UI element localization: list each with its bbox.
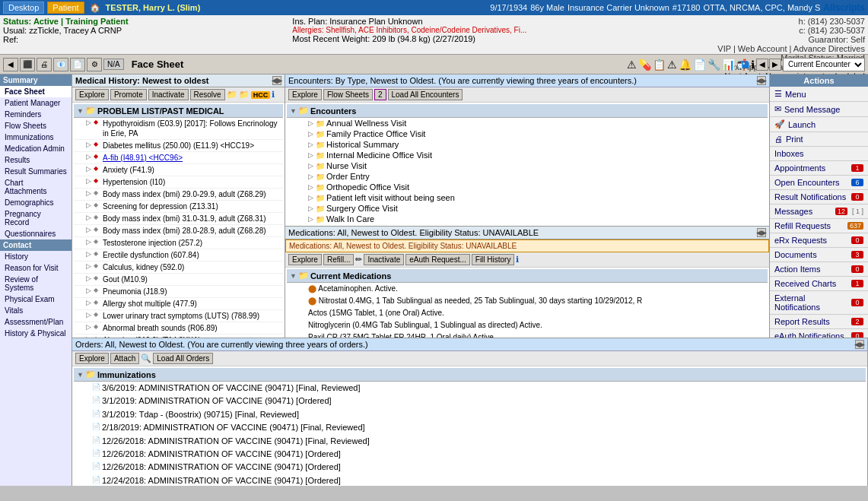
- sidebar-summary-header[interactable]: Summary: [0, 75, 72, 86]
- encounter-annual-wellness[interactable]: ▷ 📁 Annual Wellness Visit: [287, 118, 768, 128]
- sidebar-item-face-sheet[interactable]: Face Sheet: [0, 86, 72, 97]
- med-item-acetaminophen[interactable]: ⬤ Acetaminophen. Active.: [287, 283, 768, 295]
- action-messages[interactable]: Messages 12 [ 1 ]: [770, 205, 868, 219]
- problem-item[interactable]: ▷ ◆ Hypertension (I10): [74, 176, 283, 189]
- orders-attach-btn[interactable]: Attach: [110, 353, 139, 364]
- problem-item[interactable]: ▷ ◆ Screening for depression (Z13.31): [74, 201, 283, 213]
- sidebar-item-history-physical[interactable]: History & Physical: [0, 328, 72, 339]
- alert-icon-10[interactable]: ℹ: [751, 59, 755, 71]
- nav-next[interactable]: ▶: [769, 59, 781, 71]
- action-documents[interactable]: Documents 3: [770, 248, 868, 262]
- sidebar-item-review-of-systems[interactable]: Review of Systems: [0, 274, 72, 293]
- encounters-group-header[interactable]: ▼ 📁 Encounters: [287, 104, 768, 118]
- order-item[interactable]: 📄 12/26/2018: ADMINISTRATION OF VACCINE …: [74, 448, 866, 461]
- alert-icon-7[interactable]: 🔧: [707, 59, 720, 71]
- encounter-nurse-visit[interactable]: ▷ 📁 Nurse Visit: [287, 160, 768, 171]
- problem-item[interactable]: ▷ ◆ Lower urinary tract symptoms (LUTS) …: [74, 310, 283, 322]
- problem-item[interactable]: ▷ ◆ Abnormal breath sounds (R06.89): [74, 322, 283, 335]
- action-eauth-notif[interactable]: eAuth Notifications 0: [770, 329, 868, 338]
- encounters-explore-btn[interactable]: Explore: [288, 89, 322, 100]
- problem-item[interactable]: ▷ ◆ Anxiety (F41.9): [74, 164, 283, 176]
- sidebar-item-result-summaries[interactable]: Result Summaries: [0, 166, 72, 177]
- med-fill-history-btn[interactable]: Fill History: [472, 254, 515, 265]
- nav-prev[interactable]: ◀: [756, 59, 768, 71]
- sidebar-item-chart-attachments[interactable]: Chart Attachments: [0, 177, 72, 197]
- action-action-items[interactable]: Action Items 0: [770, 262, 868, 277]
- sidebar-item-medication-admin[interactable]: Medication Admin: [0, 143, 72, 154]
- order-item[interactable]: 📄 3/6/2019: ADMINISTRATION OF VACCINE (9…: [74, 382, 866, 395]
- encounter-walk-in[interactable]: ▷ 📁 Walk In Care: [287, 214, 768, 224]
- problem-item[interactable]: ▷ ◆ Pneumonia (J18.9): [74, 286, 283, 298]
- problem-item[interactable]: ▷ ◆ Calculus, kidney (592.0): [74, 262, 283, 274]
- order-item[interactable]: 📄 12/24/2018: ADMINISTRATION OF VACCINE …: [74, 474, 866, 486]
- sidebar-item-reminders[interactable]: Reminders: [0, 109, 72, 120]
- sidebar-item-flow-sheets[interactable]: Flow Sheets: [0, 120, 72, 132]
- encounter-dropdown[interactable]: Current Encounter: [783, 58, 865, 71]
- med-refill-btn[interactable]: Refill...: [323, 254, 355, 265]
- problem-item[interactable]: ▷ ◆ Hypothyroidism (E03.9) [2017]: Follo…: [74, 118, 283, 140]
- sidebar-item-results[interactable]: Results: [0, 154, 72, 166]
- encounter-surgery[interactable]: ▷ 📁 Surgery Office Visit: [287, 203, 768, 214]
- alert-icon-5[interactable]: 🔔: [679, 59, 692, 71]
- sidebar-item-physical-exam[interactable]: Physical Exam: [0, 293, 72, 305]
- action-refill-requests[interactable]: Refill Requests 637: [770, 219, 868, 233]
- med-item-actos[interactable]: Actos (15MG Tablet, 1 (one Oral) Active.: [287, 307, 768, 319]
- patient-btn[interactable]: Patient: [47, 2, 84, 14]
- toolbar-btn-6[interactable]: ⚙: [87, 58, 102, 71]
- toolbar-btn-2[interactable]: ⬛: [20, 58, 35, 71]
- toolbar-btn-4[interactable]: 📧: [53, 58, 68, 71]
- inactivate-btn[interactable]: Inactivate: [148, 89, 189, 100]
- problem-item[interactable]: ▷ ◆ Testosterone injection (257.2): [74, 237, 283, 249]
- problem-item[interactable]: ▷ ◆ Body mass index (bmi) 28.0-28.9, adu…: [74, 225, 283, 237]
- problem-item[interactable]: ▷ ◆ Erectile dysfunction (607.84): [74, 249, 283, 262]
- order-item[interactable]: 📄 12/26/2018: ADMINISTRATION OF VACCINE …: [74, 435, 866, 448]
- sidebar-item-questionnaires[interactable]: Questionnaires: [0, 228, 72, 239]
- current-meds-header[interactable]: ▼ 📁 Current Medications: [287, 269, 768, 283]
- encounter-patient-left[interactable]: ▷ 📁 Patient left visit without being see…: [287, 192, 768, 203]
- sidebar-item-assessment-plan[interactable]: Assessment/Plan: [0, 316, 72, 328]
- encounter-family-practice[interactable]: ▷ 📁 Family Practice Office Visit: [287, 128, 768, 139]
- encounters-flow-btn[interactable]: Flow Sheets: [323, 89, 373, 100]
- load-all-encounters-btn[interactable]: Load All Encounters: [388, 89, 463, 100]
- orders-explore-btn[interactable]: Explore: [75, 353, 109, 364]
- med-eauth-btn[interactable]: eAuth Request...: [405, 254, 470, 265]
- sidebar-item-immunizations[interactable]: Immunizations: [0, 132, 72, 143]
- toolbar-btn-3[interactable]: 🖨: [37, 58, 52, 71]
- action-erx-requests[interactable]: eRx Requests 0: [770, 233, 868, 248]
- alert-icon-2[interactable]: 💊: [638, 59, 651, 71]
- action-open-encounters[interactable]: Open Encounters 6: [770, 176, 868, 190]
- action-result-notifications[interactable]: Result Notifications 0: [770, 190, 868, 205]
- action-appointments[interactable]: Appointments 1: [770, 161, 868, 176]
- med-inactivate-btn[interactable]: Inactivate: [364, 254, 404, 265]
- action-inboxes[interactable]: Inboxes: [770, 147, 868, 161]
- sidebar-item-patient-manager[interactable]: Patient Manager: [0, 97, 72, 109]
- action-launch[interactable]: 🚀 Launch: [770, 117, 868, 132]
- toolbar-btn-1[interactable]: ◀: [3, 58, 18, 71]
- desktop-btn[interactable]: Desktop: [3, 2, 44, 14]
- resolve-btn[interactable]: Resolve: [190, 89, 225, 100]
- expand-problems[interactable]: ▼: [77, 107, 84, 115]
- sidebar-item-reason-for-visit[interactable]: Reason for Visit: [0, 262, 72, 274]
- problem-item[interactable]: ▷ ◆ Allergy shot multiple (477.9): [74, 298, 283, 310]
- encounter-order-entry[interactable]: ▷ 📁 Order Entry: [287, 171, 768, 182]
- sidebar-item-history[interactable]: History: [0, 251, 72, 262]
- action-send-message[interactable]: ✉ Send Message: [770, 102, 868, 117]
- immunizations-group-header[interactable]: ▼ 📁 Immunizations: [74, 368, 866, 382]
- med-item-paxil[interactable]: Paxil CR (37.5MG Tablet ER 24HR, 1 Oral …: [287, 331, 768, 338]
- encounter-historical-summary[interactable]: ▷ 📁 Historical Summary: [287, 139, 768, 150]
- sidebar-item-vitals[interactable]: Vitals: [0, 305, 72, 316]
- hcc-badge[interactable]: HCC: [251, 91, 271, 99]
- med-explore-btn[interactable]: Explore: [288, 254, 322, 265]
- problem-list-header[interactable]: ▼ 📁 PROBLEM LIST/PAST MEDICAL: [74, 104, 283, 118]
- alert-icon-9[interactable]: 📬: [736, 59, 749, 71]
- alert-icon-6[interactable]: 📄: [693, 59, 706, 71]
- explore-btn[interactable]: Explore: [75, 89, 109, 100]
- order-item[interactable]: 📄 12/26/2018: ADMINISTRATION OF VACCINE …: [74, 461, 866, 474]
- action-print[interactable]: 🖨 Print: [770, 132, 868, 147]
- alert-icon-8[interactable]: 📊: [722, 59, 735, 71]
- toolbar-btn-5[interactable]: 📄: [70, 58, 85, 71]
- problem-item[interactable]: ▷ ◆ Diabetes mellitus (250.00) (E11.9) <…: [74, 140, 283, 152]
- action-report-results[interactable]: Report Results 2: [770, 315, 868, 329]
- alert-icon-3[interactable]: 📋: [653, 59, 666, 71]
- collapse-orders[interactable]: ◀▶: [855, 340, 864, 349]
